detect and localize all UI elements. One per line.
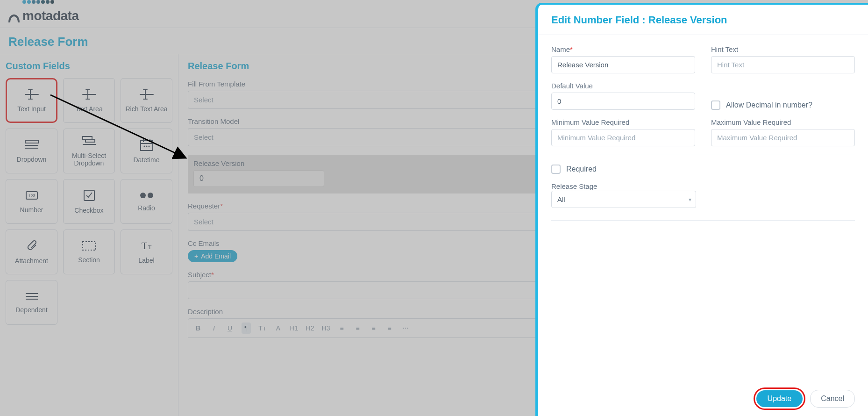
allow-decimal-label: Allow Decimal in number? [726,101,812,109]
field-type-section[interactable]: Section [63,230,115,274]
rte-align-left-button[interactable]: ≡ [338,324,346,332]
svg-point-5 [146,146,147,147]
field-type-checkbox[interactable]: Checkbox [63,179,115,224]
rte-underline-button[interactable]: U [226,324,234,332]
cancel-button[interactable]: Cancel [810,390,855,408]
label-icon: TT [139,240,155,252]
required-label: Required [566,165,597,173]
hint-label: Hint Text [711,45,855,53]
radio-icon [139,191,155,200]
svg-point-10 [140,193,146,198]
rte-align-center-button[interactable]: ≡ [354,324,362,332]
field-type-dropdown[interactable]: Dropdown [6,129,57,173]
multiselect-icon [81,135,97,147]
field-type-attachment[interactable]: Attachment [6,230,57,274]
number-icon: 123 [24,189,40,201]
rte-bold-button[interactable]: B [194,324,202,332]
min-value-label: Minimum Value Required [551,118,695,126]
svg-rect-2 [85,139,95,142]
svg-point-11 [148,193,153,198]
allow-decimal-checkbox[interactable] [711,100,720,110]
name-label: Name* [551,45,695,53]
max-value-label: Maximum Value Required [711,118,855,126]
add-email-button[interactable]: + Add Email [188,250,237,262]
field-type-rich-text-area[interactable]: Rich Text Area [121,78,172,123]
max-value-input[interactable] [711,129,855,146]
default-value-label: Default Value [551,82,695,90]
field-type-number[interactable]: 123 Number [6,179,57,224]
release-version-value: 0 [193,170,324,187]
rte-more-button[interactable]: ⋯ [401,324,410,332]
min-value-input[interactable] [551,129,695,146]
field-type-text-area[interactable]: Text Area [63,78,115,123]
hint-input[interactable] [711,56,855,73]
custom-fields-heading: Custom Fields [6,61,172,72]
svg-text:T: T [148,244,152,251]
rich-text-icon [139,88,155,100]
rte-align-right-button[interactable]: ≡ [370,324,378,332]
datetime-icon [140,138,154,151]
rte-h1-button[interactable]: H1 [290,324,299,332]
section-icon [81,240,97,251]
default-value-input[interactable] [551,93,695,110]
rte-textsize-button[interactable]: Tᴛ [258,324,267,332]
text-input-icon [24,88,40,100]
plus-icon: + [194,252,198,260]
field-type-label[interactable]: TT Label [121,230,172,274]
logo-dots-icon [22,0,78,4]
svg-text:123: 123 [28,194,35,198]
text-area-icon [81,88,97,100]
rte-color-button[interactable]: A [274,324,283,332]
custom-fields-panel: Custom Fields Text Input Text Area Rich … [0,54,178,416]
svg-text:T: T [142,241,147,251]
release-stage-label: Release Stage [551,182,597,190]
svg-rect-0 [25,140,38,143]
edit-field-modal: Edit Number Field : Release Version Name… [535,3,868,416]
dependent-icon [24,291,40,301]
logo: motadata [8,5,78,23]
chevron-down-icon: ▾ [689,196,691,203]
svg-rect-12 [83,242,96,250]
required-checkbox[interactable] [551,165,561,174]
field-type-radio[interactable]: Radio [121,179,172,224]
rte-paragraph-button[interactable]: ¶ [242,323,251,334]
svg-point-4 [143,146,145,147]
svg-point-6 [148,146,149,147]
field-type-dependent[interactable]: Dependent [6,280,57,325]
name-input[interactable] [551,56,695,73]
release-stage-select[interactable] [551,191,696,208]
attachment-icon [26,239,38,252]
field-type-multiselect[interactable]: Multi-Select Dropdown [63,129,115,173]
logo-text: motadata [22,8,78,23]
rte-align-justify-button[interactable]: ≡ [385,324,394,332]
rte-h3-button[interactable]: H3 [322,324,330,332]
field-type-text-input[interactable]: Text Input [6,78,57,123]
checkbox-icon [83,189,96,202]
field-type-datetime[interactable]: Datetime [121,129,172,173]
rte-h2-button[interactable]: H2 [306,324,314,332]
modal-title: Edit Number Field : Release Version [551,14,855,26]
logo-mark-icon [8,5,20,23]
dropdown-icon [24,139,40,151]
rte-italic-button[interactable]: I [210,324,218,332]
update-button[interactable]: Update [756,390,803,407]
